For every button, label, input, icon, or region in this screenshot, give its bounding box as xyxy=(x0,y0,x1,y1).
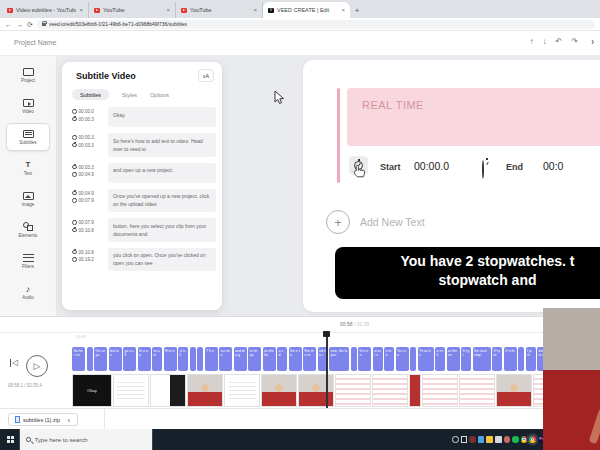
play-button[interactable]: ▷ xyxy=(26,355,48,377)
windows-start-icon[interactable] xyxy=(7,436,10,439)
subtitle-end-time[interactable]: 00:03.3 xyxy=(72,143,104,148)
skip-to-start-button[interactable]: ◁ xyxy=(10,359,18,367)
browser-tab[interactable]: YouTube× xyxy=(176,2,263,18)
browser-tab[interactable]: YouTube× xyxy=(89,2,176,18)
subtitle-start-time[interactable]: 00:04.9 xyxy=(72,191,104,196)
download-file-name[interactable]: subtitles (1).zip xyxy=(23,417,60,423)
subtitle-start-time[interactable]: 00:10.8 xyxy=(72,250,104,255)
subtitle-clip[interactable]: So her e's xyxy=(72,347,85,371)
download-chip[interactable]: subtitles (1).zip ∧ xyxy=(8,413,78,426)
subtitle-clip[interactable]: yo u cli xyxy=(123,347,136,371)
subtitle-clip[interactable]: H er e xyxy=(164,347,177,371)
tab-close-icon[interactable]: × xyxy=(79,7,83,13)
sidebar-item-image[interactable]: Image xyxy=(6,185,50,213)
subtitle-clip[interactable]: st art s xyxy=(373,347,383,371)
subtitle-clip[interactable]: to ad xyxy=(152,347,162,371)
subtitle-clip[interactable]: cl ic k xyxy=(178,347,188,371)
translate-button[interactable]: xA xyxy=(198,69,214,82)
add-new-text-label[interactable]: Add New Text xyxy=(360,216,425,228)
subtitle-entry[interactable]: 00:10.800:19.2you click on open. Once yo… xyxy=(72,248,216,272)
subtitle-clip[interactable] xyxy=(351,347,357,371)
subtitle-end-time[interactable]: 00:07.9 xyxy=(72,198,104,203)
subtitle-clip[interactable]: but ton xyxy=(109,347,122,371)
add-new-text-button[interactable]: + xyxy=(326,210,350,234)
video-subtitle-overlay[interactable]: You have 2 stopwatches. t stopwatch and xyxy=(335,247,600,299)
subtitle-start-time[interactable]: 00:03.3 xyxy=(72,165,104,170)
video-thumbnail[interactable] xyxy=(224,374,260,407)
new-tab-button[interactable]: + xyxy=(350,6,364,18)
move-up-icon[interactable]: ↑ xyxy=(530,37,534,46)
subtitle-start-time[interactable]: 00:00.0 xyxy=(72,109,104,114)
mail-icon[interactable] xyxy=(478,436,485,443)
url-bar[interactable]: veed.io/edit/503efbb6-1f21-49b6-be71-d09… xyxy=(37,20,595,29)
subtitle-entry[interactable]: 00:07.900:10.8button. here you select yo… xyxy=(72,218,216,242)
subtitle-clip[interactable]: th e up xyxy=(138,347,151,371)
end-time-value[interactable]: 00:0 xyxy=(543,160,600,172)
subtitle-text-box[interactable]: So here's how to add text to video. Head… xyxy=(108,133,216,157)
sidebar-item-project[interactable]: Project xyxy=(6,61,50,89)
subtitle-clip[interactable]: Yo u ca xyxy=(396,347,409,371)
subtitle-text-box[interactable]: and open up a new project. xyxy=(108,163,216,183)
taskbar-search[interactable]: Type here to search xyxy=(19,429,153,450)
subtitle-text-box[interactable]: Once you've opened up a new project. cli… xyxy=(108,189,216,213)
subtitle-textbox[interactable]: REAL TIME xyxy=(347,88,600,146)
sidebar-item-elements[interactable]: Elements xyxy=(6,216,50,244)
subtitle-text-box[interactable]: you click on open. Once you've clicked o… xyxy=(108,248,216,272)
back-icon[interactable]: ← xyxy=(5,21,12,28)
sidebar-item-video[interactable]: Video xyxy=(6,92,50,120)
subtitle-clip[interactable] xyxy=(197,347,203,371)
video-thumbnail[interactable] xyxy=(409,374,421,407)
subtitle-clip[interactable]: or the en xyxy=(447,347,460,371)
subtitle-clip[interactable] xyxy=(518,347,524,371)
forward-icon[interactable]: → xyxy=(16,21,23,28)
sidebar-item-gauge[interactable] xyxy=(6,309,50,316)
subtitle-clip[interactable]: o n th xyxy=(435,347,445,371)
sidebar-item-subtitles[interactable]: Subtitles xyxy=(6,123,50,151)
subtitle-clip[interactable]: T h e xyxy=(205,347,218,371)
subtitle-clip[interactable]: size, the layou xyxy=(329,347,349,371)
chrome-icon[interactable] xyxy=(521,436,528,443)
subtitle-clip[interactable]: I ju st xyxy=(526,347,536,371)
chevron-up-icon[interactable]: ∧ xyxy=(67,417,71,423)
subtitle-clip[interactable]: If I gi xyxy=(461,347,471,371)
app-pink-icon[interactable] xyxy=(504,436,511,443)
tab-options[interactable]: Options xyxy=(150,92,169,98)
subtitle-clip[interactable]: and dra g xyxy=(234,347,247,371)
video-thumbnail[interactable] xyxy=(422,374,458,407)
tab-close-icon[interactable]: × xyxy=(166,7,170,13)
video-thumbnail[interactable] xyxy=(298,374,334,407)
subtitle-start-time[interactable]: 00:00.3 xyxy=(72,135,104,140)
subtitle-text-box[interactable]: Okay. xyxy=(108,107,216,127)
subtitle-clip[interactable] xyxy=(410,347,416,371)
subtitle-end-time[interactable]: 00:10.8 xyxy=(72,228,104,233)
task-view-icon[interactable] xyxy=(461,436,468,443)
subtitle-textbox-value[interactable]: REAL TIME xyxy=(362,99,424,111)
spotify-icon[interactable] xyxy=(512,436,519,443)
photos-icon[interactable] xyxy=(495,436,502,443)
browser-tab[interactable]: Video subtitles - YouTube Studio× xyxy=(2,2,89,18)
subtitle-end-time[interactable]: 00:19.2 xyxy=(72,257,104,262)
subtitle-clip[interactable] xyxy=(190,347,196,371)
subtitle-clip[interactable]: th e en xyxy=(358,347,371,371)
tab-close-icon[interactable]: × xyxy=(341,7,345,13)
tab-close-icon[interactable]: × xyxy=(253,7,257,13)
subtitle-clip[interactable]: ti m e xyxy=(384,347,394,371)
subtitle-clip[interactable]: Th an ks xyxy=(418,347,434,371)
move-down-icon[interactable]: ↓ xyxy=(543,37,547,46)
subtitle-entry[interactable]: 00:00.300:03.3So here's how to add text … xyxy=(72,133,216,157)
subtitle-entry[interactable]: 00:03.300:04.9and open up a new project. xyxy=(72,163,216,183)
file-explorer-icon[interactable] xyxy=(486,436,493,443)
playhead-line[interactable] xyxy=(326,337,328,408)
browser-tab[interactable]: VVEED CREATE | Edit× xyxy=(263,2,350,18)
chrome-active-icon[interactable] xyxy=(529,436,536,443)
video-thumbnail[interactable] xyxy=(150,374,186,407)
tab-subtitles[interactable]: Subtitles xyxy=(72,89,109,100)
video-thumbnail[interactable] xyxy=(187,374,223,407)
subtitle-entry[interactable]: 00:00.000:00.3Okay. xyxy=(72,107,216,127)
reload-icon[interactable]: ⟳ xyxy=(27,21,33,28)
subtitle-clip[interactable]: to sh ap xyxy=(248,347,261,371)
subtitle-clip[interactable]: O n th xyxy=(504,347,517,371)
subtitle-text-box[interactable]: button. here you select your clip from y… xyxy=(108,218,216,242)
tab-styles[interactable]: Styles xyxy=(122,92,137,98)
subtitle-clip[interactable] xyxy=(87,347,93,371)
